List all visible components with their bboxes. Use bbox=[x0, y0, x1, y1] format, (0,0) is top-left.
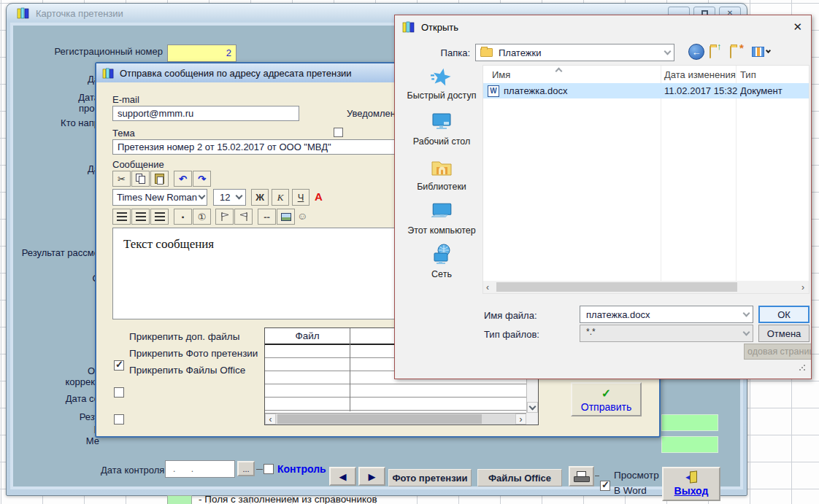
file-list[interactable]: Имя Дата изменения Тип W платежка.docx 1… bbox=[482, 65, 810, 294]
attach-extra-files-checkbox[interactable] bbox=[114, 360, 124, 371]
file-row-selected[interactable]: W платежка.docx 11.02.2017 15:32 Докумен… bbox=[483, 83, 809, 98]
back-button[interactable]: ← bbox=[688, 44, 704, 60]
underline-button[interactable]: Ч bbox=[292, 189, 309, 206]
sidebar-item-quick-access[interactable] bbox=[430, 66, 453, 90]
filetype-select[interactable]: *.* bbox=[580, 325, 753, 342]
prev-record-button[interactable]: ◀ bbox=[329, 467, 356, 486]
paste-button[interactable] bbox=[150, 171, 169, 187]
control-date-ellipsis-button[interactable]: ... bbox=[237, 461, 255, 476]
send-button[interactable]: ✓ Отправить bbox=[571, 382, 642, 416]
cut-button[interactable]: ✂ bbox=[112, 171, 131, 187]
reference-field[interactable] bbox=[661, 436, 718, 453]
outdent-button[interactable] bbox=[234, 209, 253, 225]
close-button[interactable]: ✕ bbox=[793, 20, 802, 34]
new-folder-button[interactable]: * bbox=[730, 47, 731, 58]
chevron-down-icon bbox=[661, 52, 674, 54]
indent-button[interactable] bbox=[215, 209, 234, 225]
office-files-button[interactable]: Файлы Office bbox=[477, 469, 562, 486]
places-sidebar: Быстрый доступ Рабочий стол Библиотеки Э… bbox=[396, 65, 487, 294]
sidebar-label-quick-access[interactable]: Быстрый доступ bbox=[396, 90, 487, 101]
file-list-header[interactable]: Имя Дата изменения Тип bbox=[483, 66, 809, 83]
italic-button[interactable]: К bbox=[272, 189, 289, 206]
horizontal-rule-button[interactable]: -- bbox=[258, 209, 276, 225]
sort-ascending-icon bbox=[555, 68, 563, 75]
open-file-dialog: Открыть ✕ Папка: Платежки ← ↑ * Быстрый … bbox=[394, 15, 812, 379]
redo-button[interactable]: ↷ bbox=[193, 171, 211, 187]
sidebar-item-desktop[interactable] bbox=[431, 112, 453, 134]
filename-input[interactable]: платежка.docx bbox=[580, 306, 753, 323]
control-checkbox[interactable] bbox=[264, 464, 274, 474]
email-input[interactable]: support@mmm.ru bbox=[112, 106, 299, 121]
sidebar-label-network[interactable]: Сеть bbox=[396, 269, 487, 279]
chevron-left-icon[interactable]: ‹ bbox=[486, 282, 489, 292]
sidebar-item-this-pc[interactable] bbox=[430, 201, 453, 225]
scroll-left-button[interactable]: ‹ bbox=[265, 414, 276, 424]
column-header-date[interactable]: Дата изменения bbox=[664, 69, 736, 80]
scroll-right-button[interactable]: › bbox=[515, 414, 526, 424]
attach-office-checkbox[interactable] bbox=[114, 414, 124, 424]
filename-value: платежка.docx bbox=[586, 309, 650, 320]
emoji-button[interactable]: ☺ bbox=[297, 210, 307, 222]
numbered-list-button[interactable]: ① bbox=[193, 209, 211, 225]
field-label-fragment: Да bbox=[10, 74, 99, 85]
attach-photo-checkbox[interactable] bbox=[114, 387, 124, 398]
exit-button[interactable]: ◄ Выход bbox=[662, 467, 720, 501]
notify-checkbox[interactable] bbox=[334, 128, 343, 137]
exit-button-label: Выход bbox=[674, 485, 709, 497]
reg-number-field[interactable]: 2 bbox=[167, 44, 237, 62]
attachment-row[interactable] bbox=[265, 398, 526, 411]
field-label-fragment: Ме bbox=[10, 435, 99, 446]
resize-grip[interactable] bbox=[799, 364, 806, 371]
libraries-icon bbox=[431, 158, 453, 177]
open-dialog-titlebar[interactable]: Открыть bbox=[402, 21, 458, 33]
align-center-button[interactable] bbox=[131, 209, 150, 225]
file-type: Документ bbox=[740, 85, 807, 96]
attach-photo-label: Прикрепить Фото претензии bbox=[129, 348, 258, 359]
quick-access-star-icon bbox=[430, 66, 453, 88]
scroll-down-button[interactable] bbox=[527, 402, 538, 413]
chevron-down-icon bbox=[232, 196, 245, 198]
font-family-select[interactable]: Times New Roman bbox=[112, 189, 207, 206]
computer-icon bbox=[430, 201, 453, 222]
column-header-name[interactable]: Имя bbox=[492, 69, 510, 80]
scrollbar-thumb[interactable] bbox=[496, 282, 737, 292]
field-label-fragment: Да bbox=[10, 163, 99, 174]
cancel-button[interactable]: Отмена bbox=[758, 325, 810, 342]
sidebar-label-libraries[interactable]: Библиотеки bbox=[396, 182, 487, 192]
printer-icon bbox=[574, 471, 590, 482]
bold-button[interactable]: Ж bbox=[251, 189, 269, 206]
align-left-button[interactable] bbox=[112, 209, 131, 225]
next-record-button[interactable]: ▶ bbox=[358, 467, 385, 486]
sidebar-item-libraries[interactable] bbox=[431, 158, 453, 179]
folder-value: Платежки bbox=[499, 47, 541, 58]
attachment-row[interactable] bbox=[265, 384, 526, 398]
align-right-button[interactable] bbox=[150, 209, 169, 225]
undo-button[interactable]: ↶ bbox=[174, 171, 192, 187]
claim-photo-button[interactable]: Фото претензии bbox=[388, 469, 472, 486]
column-header-type[interactable]: Тип bbox=[740, 69, 756, 80]
sidebar-label-desktop[interactable]: Рабочий стол bbox=[396, 136, 487, 147]
font-color-button[interactable]: А bbox=[315, 190, 323, 203]
font-size-select[interactable]: 12 bbox=[213, 189, 246, 206]
folder-select[interactable]: Платежки bbox=[475, 44, 674, 61]
preview-checkbox[interactable] bbox=[600, 481, 610, 491]
chevron-right-icon[interactable]: › bbox=[801, 282, 804, 292]
up-folder-button[interactable]: ↑ bbox=[710, 47, 711, 58]
copy-button[interactable] bbox=[131, 171, 150, 187]
scrollbar-thumb[interactable] bbox=[277, 414, 482, 424]
ok-button[interactable]: ОК bbox=[758, 306, 810, 323]
reference-field[interactable] bbox=[661, 414, 718, 431]
print-button[interactable] bbox=[569, 466, 594, 486]
table-horizontal-scrollbar[interactable]: ‹ › bbox=[265, 413, 526, 424]
message-label: Сообщение bbox=[112, 159, 164, 170]
attach-extra-files-label: Прикрепить доп. файлы bbox=[129, 331, 239, 342]
control-date-field[interactable]: . . bbox=[165, 460, 235, 478]
bullet-list-button[interactable]: ▪ bbox=[174, 209, 192, 225]
sidebar-label-this-pc[interactable]: Этот компьютер bbox=[396, 225, 487, 236]
field-label-fragment: Резу bbox=[10, 411, 99, 422]
field-label-fragment: Кто напр bbox=[10, 117, 99, 128]
views-button[interactable] bbox=[752, 47, 770, 57]
list-horizontal-scrollbar[interactable]: ‹ › bbox=[483, 281, 809, 293]
insert-image-button[interactable] bbox=[277, 209, 295, 225]
sidebar-item-network[interactable] bbox=[431, 243, 453, 268]
